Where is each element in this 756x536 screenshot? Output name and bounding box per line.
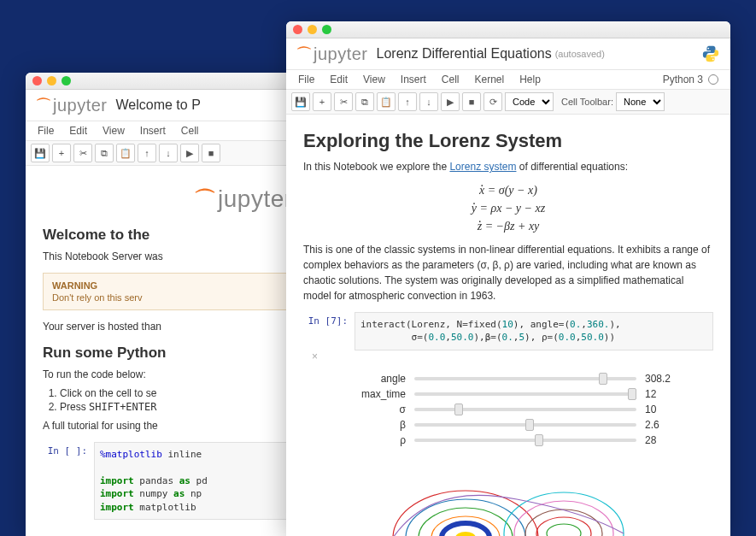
copy-button[interactable]: ⧉: [355, 92, 374, 111]
slider-label: σ: [346, 403, 406, 415]
svg-point-11: [536, 517, 591, 536]
stop-button[interactable]: ■: [462, 92, 481, 111]
lorenz-plot: [303, 465, 713, 536]
svg-point-1: [712, 59, 714, 61]
menu-cell[interactable]: Cell: [442, 74, 460, 85]
slider-row-σ: σ10: [346, 403, 713, 415]
menu-file[interactable]: File: [298, 74, 314, 85]
page-title: Exploring the Lorenz System: [303, 130, 713, 152]
menu-insert[interactable]: Insert: [401, 74, 426, 85]
menu-help[interactable]: Help: [519, 74, 541, 85]
close-button[interactable]: [293, 25, 302, 34]
in-prompt: In [7]:: [303, 312, 355, 350]
zoom-button[interactable]: [62, 76, 71, 85]
menu-insert[interactable]: Insert: [140, 125, 166, 137]
move-down-button[interactable]: ↓: [159, 144, 178, 162]
slider-max_time[interactable]: [414, 392, 636, 396]
python-icon: [701, 44, 720, 63]
sliders-panel: angle308.2max_time12σ10β2.6ρ28: [303, 362, 713, 456]
notebook-title[interactable]: Lorenz Differential Equations: [377, 46, 552, 62]
add-cell-button[interactable]: +: [52, 144, 71, 162]
stop-button[interactable]: ■: [202, 144, 220, 162]
description-paragraph: This is one of the classic systems in no…: [303, 242, 713, 303]
restart-button[interactable]: ⟳: [483, 92, 502, 111]
menu-cell[interactable]: Cell: [181, 125, 199, 137]
svg-point-3: [406, 499, 525, 536]
slider-value: 10: [645, 403, 679, 415]
slider-label: ρ: [346, 434, 406, 446]
menu-view[interactable]: View: [363, 74, 385, 85]
slider-row-ρ: ρ28: [346, 434, 713, 446]
move-up-button[interactable]: ↑: [398, 92, 417, 111]
slider-ρ[interactable]: [414, 439, 636, 442]
slider-value: 308.2: [645, 373, 679, 385]
svg-point-7: [455, 532, 476, 536]
minimize-button[interactable]: [308, 25, 317, 34]
copy-button[interactable]: ⧉: [95, 144, 114, 162]
menu-edit[interactable]: Edit: [330, 74, 348, 85]
cut-button[interactable]: ✂: [73, 144, 92, 162]
slider-row-β: β2.6: [346, 419, 713, 431]
slider-β[interactable]: [414, 423, 636, 427]
slider-value: 12: [645, 388, 679, 400]
svg-point-9: [514, 501, 613, 536]
jupyter-icon: ⌒: [194, 186, 214, 212]
paste-button[interactable]: 📋: [377, 92, 396, 111]
cell-type-select[interactable]: Code: [505, 92, 554, 111]
menu-view[interactable]: View: [103, 125, 125, 137]
kernel-status-icon: [708, 74, 718, 85]
equation-1: x = σ(y − x): [303, 181, 713, 199]
run-button[interactable]: ▶: [441, 92, 460, 111]
code-cell[interactable]: In [7]: interact(Lorenz, N=fixed(10), an…: [303, 312, 713, 350]
move-down-button[interactable]: ↓: [419, 92, 438, 111]
slider-σ[interactable]: [414, 408, 636, 411]
slider-angle[interactable]: [414, 377, 636, 380]
save-button[interactable]: 💾: [31, 144, 50, 162]
toolbar: 💾 + ✂ ⧉ 📋 ↑ ↓ ▶ ■ ⟳ Code Cell Toolbar: N…: [286, 90, 730, 115]
svg-point-8: [504, 492, 624, 536]
jupyter-logo: ⌒ jupyter: [36, 95, 108, 115]
autosave-status: (autosaved): [555, 49, 605, 59]
zoom-button[interactable]: [322, 25, 331, 34]
in-prompt: In [ ]:: [43, 442, 94, 520]
content-area: Exploring the Lorenz System In this Note…: [286, 115, 730, 536]
notebook-header: ⌒ jupyter Lorenz Differential Equations …: [286, 38, 730, 70]
slider-row-angle: angle308.2: [346, 373, 713, 385]
cut-button[interactable]: ✂: [334, 92, 353, 111]
svg-point-0: [707, 48, 709, 50]
slider-value: 28: [645, 434, 679, 446]
menu-file[interactable]: File: [38, 125, 54, 137]
slider-label: angle: [346, 373, 406, 385]
equation-3: z = −βz + xy: [303, 217, 713, 235]
menu-kernel[interactable]: Kernel: [475, 74, 505, 85]
move-up-button[interactable]: ↑: [138, 144, 156, 162]
window-lorenz: ⌒ jupyter Lorenz Differential Equations …: [286, 21, 730, 536]
run-button[interactable]: ▶: [180, 144, 199, 162]
minimize-button[interactable]: [47, 76, 56, 85]
kernel-name: Python 3: [663, 74, 703, 85]
svg-point-12: [547, 524, 581, 536]
titlebar: [286, 21, 730, 38]
svg-point-2: [393, 491, 538, 536]
paste-button[interactable]: 📋: [116, 144, 135, 162]
lorenz-link[interactable]: Lorenz system: [449, 161, 516, 173]
menu-edit[interactable]: Edit: [69, 125, 87, 137]
slider-label: β: [346, 419, 406, 431]
notebook-title[interactable]: Welcome to P: [116, 97, 201, 113]
save-button[interactable]: 💾: [291, 92, 310, 111]
jupyter-wordmark: jupyter: [218, 186, 293, 212]
jupyter-wordmark: jupyter: [314, 44, 368, 64]
cell-toolbar-select[interactable]: None: [616, 92, 665, 111]
close-button[interactable]: [32, 76, 42, 85]
jupyter-logo: ⌒ jupyter: [296, 44, 368, 64]
widget-close-icon[interactable]: ×: [312, 350, 713, 362]
cell-toolbar-label: Cell Toolbar:: [561, 97, 613, 107]
kernel-indicator: Python 3: [663, 74, 718, 85]
code-block[interactable]: interact(Lorenz, N=fixed(10), angle=(0.,…: [355, 312, 713, 350]
slider-label: max_time: [346, 388, 406, 400]
add-cell-button[interactable]: +: [313, 92, 331, 111]
equations: x = σ(y − x) y = ρx − y − xz z = −βz + x…: [303, 181, 713, 235]
intro-paragraph: In this Notebook we explore the Lorenz s…: [303, 159, 713, 174]
equation-2: y = ρx − y − xz: [303, 199, 713, 217]
menubar: File Edit View Insert Cell Kernel Help P…: [286, 70, 730, 90]
